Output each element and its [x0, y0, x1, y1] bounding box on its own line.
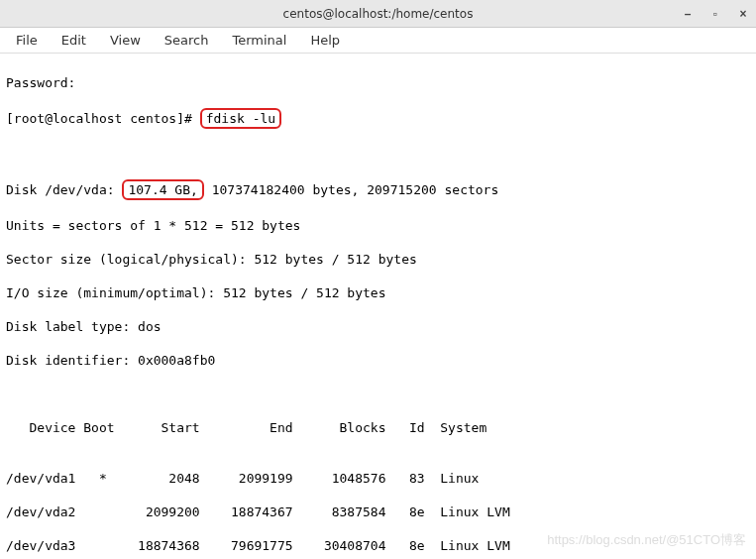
partition-header: Device Boot Start End Blocks Id System [6, 419, 750, 436]
blank-line [6, 386, 750, 402]
shell-prompt: [root@localhost centos]# [6, 111, 200, 126]
label-type-line: Disk label type: dos [6, 318, 750, 335]
highlighted-command: fdisk -lu [200, 108, 281, 129]
units-line: Units = sectors of 1 * 512 = 512 bytes [6, 217, 750, 234]
menu-file[interactable]: File [6, 30, 48, 51]
menu-bar: File Edit View Search Terminal Help [0, 28, 756, 54]
window-title: centos@localhost:/home/centos [283, 7, 474, 21]
window-controls: – ▫ × [681, 7, 750, 21]
close-button[interactable]: × [736, 7, 750, 21]
blank-line [6, 146, 750, 163]
sector-size-line: Sector size (logical/physical): 512 byte… [6, 251, 750, 268]
partition-row: /dev/vda2 2099200 18874367 8387584 8e Li… [6, 503, 750, 520]
menu-search[interactable]: Search [155, 30, 219, 51]
menu-help[interactable]: Help [300, 30, 350, 51]
partition-row: /dev/vda3 18874368 79691775 30408704 8e … [6, 537, 750, 554]
disk-vda-line: Disk /dev/vda: 107.4 GB, 107374182400 by… [6, 179, 750, 200]
menu-edit[interactable]: Edit [52, 30, 96, 51]
disk-prefix: Disk /dev/vda: [6, 182, 122, 197]
identifier-line: Disk identifier: 0x000a8fb0 [6, 352, 750, 369]
command-line: [root@localhost centos]# fdisk -lu [6, 108, 750, 129]
io-size-line: I/O size (minimum/optimal): 512 bytes / … [6, 284, 750, 301]
minimize-button[interactable]: – [681, 7, 695, 21]
partition-row: /dev/vda1 * 2048 2099199 1048576 83 Linu… [6, 470, 750, 487]
menu-terminal[interactable]: Terminal [222, 30, 296, 51]
partition-table: /dev/vda1 * 2048 2099199 1048576 83 Linu… [6, 453, 750, 559]
maximize-button[interactable]: ▫ [708, 7, 722, 21]
title-bar: centos@localhost:/home/centos – ▫ × [0, 0, 756, 28]
password-prompt: Password: [6, 74, 750, 91]
menu-view[interactable]: View [100, 30, 151, 51]
disk-suffix: 107374182400 bytes, 209715200 sectors [204, 182, 498, 197]
disk-size-highlight: 107.4 GB, [122, 179, 203, 200]
terminal-output[interactable]: Password: [root@localhost centos]# fdisk… [0, 54, 756, 559]
